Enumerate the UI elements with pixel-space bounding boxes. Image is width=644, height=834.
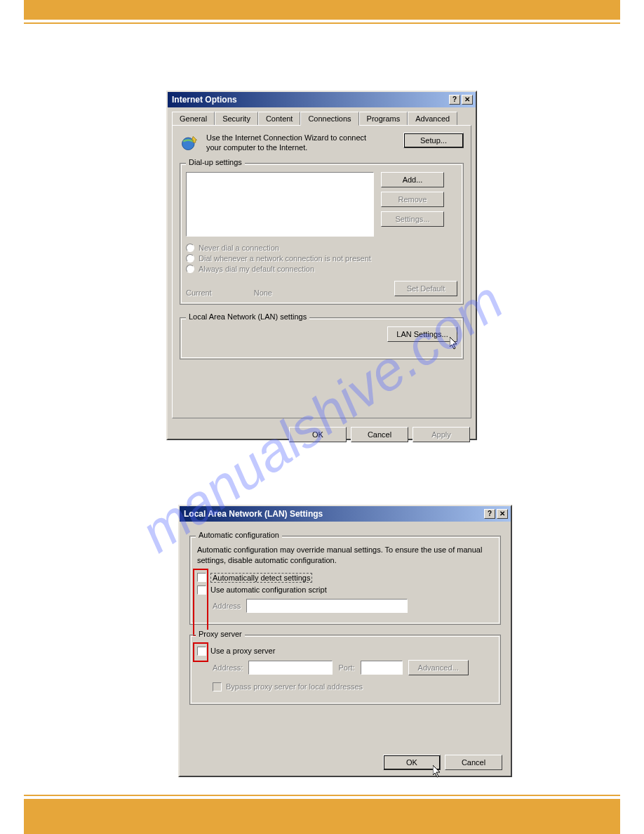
apply-label: Apply — [431, 430, 451, 439]
bypass-local-label: Bypass proxy server for local addresses — [226, 682, 363, 691]
proxy-advanced-button: Advanced... — [408, 660, 469, 675]
setup-button[interactable]: Setup... — [403, 133, 464, 148]
set-default-button: Set Default — [394, 281, 457, 296]
radio-never — [186, 244, 194, 252]
proxy-address-input — [248, 661, 333, 675]
page-header-band — [24, 0, 620, 20]
proxy-address-label: Address: — [213, 663, 243, 672]
dialog-buttons: OK Cancel — [377, 750, 508, 774]
radio-never-label: Never dial a connection — [199, 244, 279, 252]
proxy-legend: Proxy server — [196, 630, 245, 638]
auto-detect-label: Automatically detect settings — [210, 573, 312, 583]
lan-settings-dialog: Local Area Network (LAN) Settings ? ✕ Au… — [178, 505, 512, 777]
auto-address-input — [246, 599, 408, 613]
tab-security[interactable]: Security — [215, 112, 258, 125]
window-title: Internet Options — [172, 95, 448, 105]
add-button-label: Add... — [403, 176, 423, 184]
setup-button-label: Setup... — [420, 136, 447, 145]
lan-group: Local Area Network (LAN) settings LAN Se… — [180, 317, 464, 359]
set-default-label: Set Default — [407, 284, 445, 293]
auto-script-label: Use automatic configuration script — [210, 585, 327, 594]
auto-address-label: Address — [213, 602, 241, 610]
radio-whenever-label: Dial whenever a network connection is no… — [199, 254, 371, 263]
radio-always-label: Always dial my default connection — [199, 265, 314, 273]
tab-connections[interactable]: Connections — [300, 112, 358, 126]
remove-button: Remove — [381, 192, 444, 207]
auto-config-legend: Automatic configuration — [196, 531, 282, 539]
cancel-label: Cancel — [368, 430, 391, 439]
lan-settings-button[interactable]: LAN Settings... — [387, 326, 457, 342]
current-value: None — [254, 289, 272, 297]
dialup-group: Dial-up settings Add... Remove Settings.… — [180, 163, 464, 305]
proxy-port-input — [361, 661, 403, 675]
ok-label: OK — [312, 430, 323, 439]
tab-general[interactable]: General — [172, 112, 215, 125]
page-footer-rule — [24, 795, 620, 796]
radio-always — [186, 265, 194, 273]
page-header-rule — [24, 22, 620, 24]
close-button[interactable]: ✕ — [462, 95, 473, 105]
highlight-box-1 — [193, 569, 208, 636]
auto-config-group: Automatic configuration Automatic config… — [189, 536, 501, 625]
auto-config-desc: Automatic configuration may override man… — [197, 545, 493, 566]
current-label: Current — [186, 289, 212, 297]
proxy-advanced-label: Advanced... — [418, 663, 459, 672]
help-button[interactable]: ? — [484, 509, 495, 519]
page-footer-band — [24, 799, 620, 834]
proxy-port-label: Port: — [338, 663, 354, 672]
dialup-legend: Dial-up settings — [186, 158, 245, 166]
close-button[interactable]: ✕ — [497, 509, 508, 519]
cancel-button[interactable]: Cancel — [445, 755, 502, 770]
connections-panel: Use the Internet Connection Wizard to co… — [172, 125, 471, 418]
cancel-button[interactable]: Cancel — [351, 427, 408, 442]
add-button[interactable]: Add... — [381, 172, 444, 187]
tab-advanced[interactable]: Advanced — [408, 112, 457, 125]
proxy-group: Proxy server Use a proxy server Address:… — [189, 635, 501, 705]
radio-whenever — [186, 254, 194, 263]
settings-button-label: Settings... — [396, 215, 430, 223]
dialog-buttons: OK Cancel Apply — [168, 423, 476, 446]
remove-button-label: Remove — [398, 195, 427, 204]
settings-button: Settings... — [381, 211, 444, 227]
apply-button: Apply — [412, 427, 470, 442]
globe-icon — [180, 133, 199, 152]
ok-button[interactable]: OK — [383, 755, 441, 770]
tabs-row: General Security Content Connections Pro… — [168, 107, 476, 125]
use-proxy-label: Use a proxy server — [210, 647, 275, 655]
highlight-box-2 — [193, 642, 208, 662]
ok-button[interactable]: OK — [289, 427, 347, 442]
internet-options-dialog: Internet Options ? ✕ General Security Co… — [166, 91, 477, 440]
lan-legend: Local Area Network (LAN) settings — [186, 312, 309, 321]
lan-settings-label: LAN Settings... — [396, 330, 448, 338]
checkbox-bypass-local — [213, 682, 222, 691]
help-button[interactable]: ? — [449, 95, 460, 105]
ok-label: OK — [406, 758, 417, 767]
dialup-list[interactable] — [186, 172, 374, 237]
titlebar[interactable]: Internet Options ? ✕ — [168, 92, 476, 107]
tab-programs[interactable]: Programs — [359, 112, 408, 125]
tab-content[interactable]: Content — [258, 112, 301, 125]
intro-text: Use the Internet Connection Wizard to co… — [206, 133, 368, 153]
cancel-label: Cancel — [462, 758, 485, 767]
titlebar[interactable]: Local Area Network (LAN) Settings ? ✕ — [180, 506, 511, 522]
window-title: Local Area Network (LAN) Settings — [184, 509, 483, 519]
